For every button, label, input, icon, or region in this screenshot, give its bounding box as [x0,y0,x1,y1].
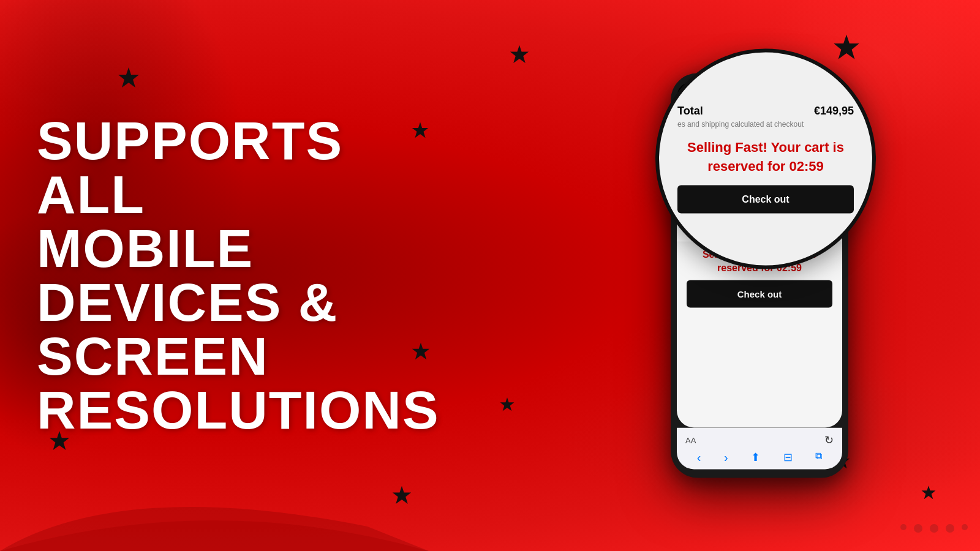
headline-line4: RESOLUTIONS [37,383,417,437]
magnifier-total-label: Total [677,104,703,117]
star-decoration-9 [392,485,412,504]
star-decoration-7 [500,397,514,411]
headline: SUPPORTS ALL MOBILE DEVICES & SCREEN RES… [37,114,417,437]
star-decoration-1 [118,66,140,88]
svg-marker-8 [393,486,411,504]
left-content: SUPPORTS ALL MOBILE DEVICES & SCREEN RES… [37,114,417,437]
headline-line2: MOBILE DEVICES & [37,222,417,329]
headline-line1: SUPPORTS ALL [37,114,417,222]
svg-marker-2 [510,45,529,63]
dot-pattern [900,524,968,533]
magnifier-selling-fast: Selling Fast! Your cart is reserved for … [677,138,854,176]
browser-bar: AA ↻ ‹ › ⬆ ⊟ ⧉ [677,428,842,470]
checkout-button[interactable]: Check out [687,280,832,307]
phone-mockup-container: Total €149,95 es and shipping calculated… [662,73,858,478]
browser-share-button[interactable]: ⬆ [751,451,760,465]
star-decoration-3 [510,44,529,64]
svg-marker-10 [922,485,936,499]
magnifier-checkout-button[interactable]: Check out [677,186,854,214]
magnifier-total-value: €149,95 [814,104,854,117]
browser-tabs-button[interactable]: ⧉ [815,451,822,465]
star-decoration-4 [833,33,860,60]
magnifier-note: es and shipping calculated at checkout [677,119,854,128]
star-decoration-11 [921,485,936,500]
browser-forward-button[interactable]: › [724,451,728,465]
magnifier-circle: Total €149,95 es and shipping calculated… [655,49,876,269]
svg-marker-0 [118,67,139,88]
browser-bookmarks-button[interactable]: ⊟ [783,451,793,465]
browser-back-button[interactable]: ‹ [697,451,701,465]
svg-marker-6 [500,397,514,411]
browser-reload-icon[interactable]: ↻ [824,433,834,447]
svg-marker-3 [834,34,859,59]
headline-line3: SCREEN [37,329,417,383]
browser-address[interactable]: AA [685,435,696,444]
